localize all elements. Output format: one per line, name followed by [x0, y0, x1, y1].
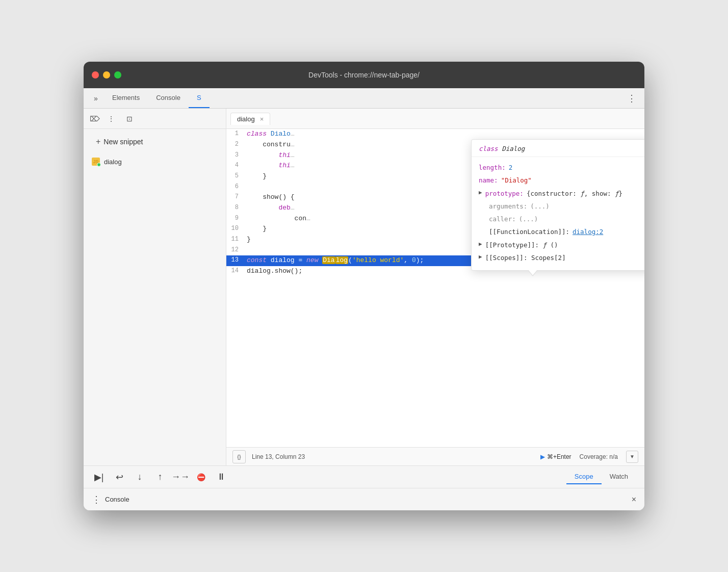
line-num-9: 9 — [226, 214, 245, 223]
tt-val-prototype: {constructor: ƒ, show: ƒ} — [527, 188, 622, 199]
run-icon: ▶ — [540, 453, 545, 460]
line-num-3: 3 — [226, 150, 245, 160]
tt-row-caller: caller: (...) — [479, 213, 644, 225]
sidebar-panel-toggle[interactable]: ⊡ — [122, 112, 137, 126]
snippet-file-icon: JS — [92, 158, 100, 166]
tab-sources[interactable]: S — [189, 88, 210, 108]
tt-key-prototype2: [[Prototype]]: ƒ () — [485, 240, 558, 250]
tt-row-length: length: 2 — [479, 161, 644, 174]
tt-row-function-location: [[FunctionLocation]]: dialog:2 — [479, 225, 644, 238]
step-btn[interactable]: →→ — [173, 472, 188, 482]
step-out-btn[interactable]: ↑ — [153, 472, 167, 482]
expand-prototype2-btn[interactable]: ▶ — [479, 240, 482, 249]
step-over-btn[interactable]: ↩ — [112, 472, 126, 483]
statusbar: {} Line 13, Column 23 ▶ ⌘+Enter Coverage… — [226, 447, 644, 465]
tt-key-caller: caller: — [489, 214, 516, 224]
file-tab-dialog[interactable]: dialog × — [230, 113, 270, 125]
console-menu-btn[interactable]: ⋮ — [92, 494, 101, 505]
more-tabs-btn[interactable]: ⋮ — [623, 93, 640, 104]
line-num-4: 4 — [226, 161, 245, 170]
sidebar-navigate-btn[interactable]: ⌦ — [88, 112, 102, 126]
scope-tab[interactable]: Scope — [566, 470, 602, 484]
code-line-1: 1 class Dialo… — [226, 129, 644, 140]
devtools-window: DevTools - chrome://new-tab-page/ » Elem… — [84, 62, 644, 510]
line-content-1: class Dialo… — [245, 129, 644, 140]
tt-val-length: 2 — [509, 162, 513, 173]
step-into-btn[interactable]: ↓ — [133, 472, 147, 482]
sidebar: ⌦ ⋮ ⊡ + New snippet JS dialog — [84, 109, 226, 465]
line-num-14: 14 — [226, 266, 245, 276]
plus-icon: + — [96, 137, 100, 146]
coverage-label: Coverage: n/a — [580, 453, 618, 460]
line-num-1: 1 — [226, 129, 245, 139]
run-button[interactable]: ▶ ⌘+Enter — [540, 453, 571, 460]
console-close-btn[interactable]: × — [632, 495, 636, 504]
main-content: ⌦ ⋮ ⊡ + New snippet JS dialog — [84, 109, 644, 465]
tab-console[interactable]: Console — [148, 88, 189, 108]
line-num-2: 2 — [226, 140, 245, 149]
tt-val-name: "Dialog" — [501, 175, 532, 186]
snippet-item-dialog[interactable]: JS dialog — [86, 154, 224, 169]
tt-row-prototype2: ▶ [[Prototype]]: ƒ () — [479, 239, 644, 251]
editor-header: dialog × — [226, 109, 644, 129]
tt-key-function-location: [[FunctionLocation]]: — [489, 226, 569, 237]
tt-val-caller: (...) — [519, 214, 538, 224]
tooltip-class-label: class Dialog — [479, 145, 525, 152]
new-snippet-button[interactable]: + New snippet — [88, 133, 222, 150]
tab-more-area: ⋮ — [623, 88, 640, 108]
status-right: ▶ ⌘+Enter Coverage: n/a ▼ — [540, 451, 638, 463]
tt-row-scopes: ▶ [[Scopes]]: Scopes[2] — [479, 251, 644, 264]
tt-key-prototype: prototype: — [485, 188, 524, 199]
tabbar: » Elements Console S ⋮ — [84, 88, 644, 109]
tt-key-length: length: — [479, 162, 506, 173]
line-num-6: 6 — [226, 182, 245, 192]
tab-elements[interactable]: Elements — [104, 88, 148, 108]
console-bar: ⋮ Console × — [84, 488, 644, 510]
line-num-7: 7 — [226, 192, 245, 202]
tt-row-name: name: "Dialog" — [479, 174, 644, 187]
format-button[interactable]: {} — [232, 450, 246, 463]
coverage-dropdown-btn[interactable]: ▼ — [626, 451, 638, 463]
cursor-position: Line 13, Column 23 — [252, 453, 305, 460]
tt-row-prototype: ▶ prototype: {constructor: ƒ, show: ƒ} — [479, 187, 644, 200]
expand-scopes-btn[interactable]: ▶ — [479, 252, 482, 262]
console-title: Console — [105, 496, 129, 503]
tt-key-name: name: — [479, 175, 498, 186]
close-button[interactable] — [92, 71, 99, 79]
titlebar: DevTools - chrome://new-tab-page/ — [84, 62, 644, 88]
tab-expand-btn[interactable]: » — [88, 88, 104, 108]
tooltip-class-name: Dialog — [502, 145, 525, 152]
tooltip-popup: class Dialog length: 2 name: "Dialog" — [471, 139, 644, 271]
tooltip-body: length: 2 name: "Dialog" ▶ prototype: {c… — [472, 157, 644, 270]
line-num-10: 10 — [226, 224, 245, 233]
deactivate-breakpoints-btn[interactable]: ⛔ — [194, 473, 208, 481]
sidebar-toolbar: ⌦ ⋮ ⊡ — [84, 109, 226, 129]
sidebar-more-btn[interactable]: ⋮ — [104, 112, 118, 126]
window-title: DevTools - chrome://new-tab-page/ — [308, 71, 420, 79]
tooltip-tail-inner — [528, 270, 537, 275]
expand-prototype-btn[interactable]: ▶ — [479, 188, 482, 198]
maximize-button[interactable] — [114, 71, 121, 79]
file-tab-close-btn[interactable]: × — [260, 115, 264, 123]
tt-val-function-location[interactable]: dialog:2 — [573, 226, 603, 237]
line-num-12: 12 — [226, 245, 245, 255]
tt-key-scopes: [[Scopes]]: Scopes[2] — [485, 252, 566, 263]
snippet-status-dot — [97, 163, 101, 167]
watch-tab[interactable]: Watch — [602, 470, 636, 484]
tt-row-arguments: arguments: (...) — [479, 200, 644, 213]
pause-on-exceptions-btn[interactable]: ⏸ — [214, 472, 228, 482]
tt-key-arguments: arguments: — [489, 201, 527, 212]
resume-btn[interactable]: ▶| — [92, 472, 106, 483]
line-num-8: 8 — [226, 203, 245, 213]
line-num-13: 13 — [226, 255, 245, 265]
debug-toolbar: ▶| ↩ ↓ ↑ →→ ⛔ ⏸ Scope Watch — [84, 465, 644, 488]
traffic-lights — [92, 71, 121, 79]
snippet-list: JS dialog — [84, 154, 226, 169]
editor-area: dialog × 1 class Dialo… 2 constru… — [226, 109, 644, 465]
tt-val-arguments: (...) — [530, 201, 550, 212]
line-num-11: 11 — [226, 235, 245, 244]
tooltip-header: class Dialog — [472, 140, 644, 157]
minimize-button[interactable] — [103, 71, 110, 79]
line-num-5: 5 — [226, 171, 245, 181]
debug-tabs: Scope Watch — [566, 470, 636, 484]
